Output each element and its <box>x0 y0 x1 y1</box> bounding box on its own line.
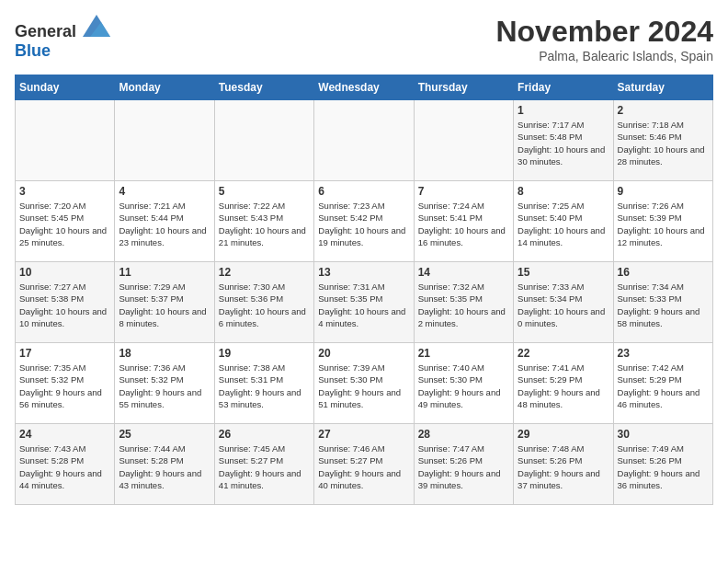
day-info: Sunrise: 7:39 AM Sunset: 5:30 PM Dayligh… <box>318 362 409 410</box>
page-header: General Blue November 2024 Palma, Balear… <box>15 15 713 63</box>
day-number: 25 <box>119 428 210 441</box>
calendar-cell: 6Sunrise: 7:23 AM Sunset: 5:42 PM Daylig… <box>314 181 414 262</box>
day-info: Sunrise: 7:34 AM Sunset: 5:33 PM Dayligh… <box>618 281 709 329</box>
day-number: 5 <box>219 185 310 198</box>
day-info: Sunrise: 7:44 AM Sunset: 5:28 PM Dayligh… <box>119 442 210 491</box>
day-number: 16 <box>618 266 709 279</box>
calendar-cell: 19Sunrise: 7:38 AM Sunset: 5:31 PM Dayli… <box>214 343 313 424</box>
calendar-cell: 29Sunrise: 7:48 AM Sunset: 5:26 PM Dayli… <box>514 424 613 505</box>
day-info: Sunrise: 7:29 AM Sunset: 5:37 PM Dayligh… <box>119 281 210 329</box>
day-info: Sunrise: 7:36 AM Sunset: 5:32 PM Dayligh… <box>119 362 210 410</box>
calendar-cell <box>115 100 214 181</box>
calendar-cell: 3Sunrise: 7:20 AM Sunset: 5:45 PM Daylig… <box>16 181 115 262</box>
day-info: Sunrise: 7:20 AM Sunset: 5:45 PM Dayligh… <box>19 200 110 248</box>
day-info: Sunrise: 7:26 AM Sunset: 5:39 PM Dayligh… <box>618 200 709 248</box>
week-row-3: 17Sunrise: 7:35 AM Sunset: 5:32 PM Dayli… <box>16 343 713 424</box>
calendar-cell: 23Sunrise: 7:42 AM Sunset: 5:29 PM Dayli… <box>613 343 712 424</box>
calendar-cell: 17Sunrise: 7:35 AM Sunset: 5:32 PM Dayli… <box>16 343 115 424</box>
day-number: 20 <box>318 347 409 360</box>
calendar-cell <box>414 100 513 181</box>
day-number: 19 <box>219 347 310 360</box>
day-number: 22 <box>518 347 609 360</box>
calendar-cell <box>16 100 115 181</box>
calendar-cell: 18Sunrise: 7:36 AM Sunset: 5:32 PM Dayli… <box>115 343 214 424</box>
calendar-cell: 15Sunrise: 7:33 AM Sunset: 5:34 PM Dayli… <box>514 262 613 343</box>
header-saturday: Saturday <box>613 75 712 100</box>
week-row-2: 10Sunrise: 7:27 AM Sunset: 5:38 PM Dayli… <box>16 262 713 343</box>
day-number: 3 <box>19 185 110 198</box>
header-thursday: Thursday <box>414 75 513 100</box>
day-info: Sunrise: 7:46 AM Sunset: 5:27 PM Dayligh… <box>318 442 409 491</box>
calendar-cell: 2Sunrise: 7:18 AM Sunset: 5:46 PM Daylig… <box>613 100 712 181</box>
header-friday: Friday <box>514 75 613 100</box>
logo-icon <box>83 15 110 37</box>
day-info: Sunrise: 7:21 AM Sunset: 5:44 PM Dayligh… <box>119 200 210 248</box>
day-number: 12 <box>219 266 310 279</box>
day-number: 28 <box>418 428 509 441</box>
calendar-cell: 11Sunrise: 7:29 AM Sunset: 5:37 PM Dayli… <box>115 262 214 343</box>
day-info: Sunrise: 7:18 AM Sunset: 5:46 PM Dayligh… <box>618 119 709 167</box>
day-info: Sunrise: 7:43 AM Sunset: 5:28 PM Dayligh… <box>19 442 110 491</box>
calendar-cell: 27Sunrise: 7:46 AM Sunset: 5:27 PM Dayli… <box>314 424 414 505</box>
calendar-header-row: SundayMondayTuesdayWednesdayThursdayFrid… <box>16 75 713 100</box>
header-monday: Monday <box>115 75 214 100</box>
day-info: Sunrise: 7:22 AM Sunset: 5:43 PM Dayligh… <box>219 200 310 248</box>
day-number: 1 <box>518 104 609 117</box>
calendar-cell: 20Sunrise: 7:39 AM Sunset: 5:30 PM Dayli… <box>314 343 414 424</box>
day-number: 4 <box>119 185 210 198</box>
day-info: Sunrise: 7:25 AM Sunset: 5:40 PM Dayligh… <box>518 200 609 248</box>
day-number: 8 <box>518 185 609 198</box>
calendar-cell <box>314 100 414 181</box>
day-number: 13 <box>318 266 409 279</box>
day-info: Sunrise: 7:23 AM Sunset: 5:42 PM Dayligh… <box>318 200 409 248</box>
day-info: Sunrise: 7:33 AM Sunset: 5:34 PM Dayligh… <box>518 281 609 329</box>
day-number: 17 <box>19 347 110 360</box>
calendar-cell: 21Sunrise: 7:40 AM Sunset: 5:30 PM Dayli… <box>414 343 513 424</box>
calendar-cell: 8Sunrise: 7:25 AM Sunset: 5:40 PM Daylig… <box>514 181 613 262</box>
calendar-table: SundayMondayTuesdayWednesdayThursdayFrid… <box>15 75 713 505</box>
calendar-cell: 16Sunrise: 7:34 AM Sunset: 5:33 PM Dayli… <box>613 262 712 343</box>
day-number: 9 <box>618 185 709 198</box>
day-number: 21 <box>418 347 509 360</box>
day-number: 2 <box>618 104 709 117</box>
day-number: 11 <box>119 266 210 279</box>
day-info: Sunrise: 7:49 AM Sunset: 5:26 PM Dayligh… <box>618 442 709 491</box>
day-number: 30 <box>618 428 709 441</box>
calendar-cell: 4Sunrise: 7:21 AM Sunset: 5:44 PM Daylig… <box>115 181 214 262</box>
calendar-cell: 10Sunrise: 7:27 AM Sunset: 5:38 PM Dayli… <box>16 262 115 343</box>
logo: General Blue <box>15 15 110 61</box>
logo-blue: Blue <box>15 41 51 60</box>
month-title: November 2024 <box>495 15 713 49</box>
logo-text: General Blue <box>15 15 110 61</box>
calendar-cell: 30Sunrise: 7:49 AM Sunset: 5:26 PM Dayli… <box>613 424 712 505</box>
day-number: 15 <box>518 266 609 279</box>
header-wednesday: Wednesday <box>314 75 414 100</box>
calendar-cell: 13Sunrise: 7:31 AM Sunset: 5:35 PM Dayli… <box>314 262 414 343</box>
header-sunday: Sunday <box>16 75 115 100</box>
day-info: Sunrise: 7:48 AM Sunset: 5:26 PM Dayligh… <box>518 442 609 491</box>
day-info: Sunrise: 7:17 AM Sunset: 5:48 PM Dayligh… <box>518 119 609 167</box>
calendar-cell: 7Sunrise: 7:24 AM Sunset: 5:41 PM Daylig… <box>414 181 513 262</box>
day-info: Sunrise: 7:31 AM Sunset: 5:35 PM Dayligh… <box>318 281 409 329</box>
title-section: November 2024 Palma, Balearic Islands, S… <box>495 15 713 63</box>
day-number: 24 <box>19 428 110 441</box>
day-info: Sunrise: 7:38 AM Sunset: 5:31 PM Dayligh… <box>219 362 310 410</box>
day-info: Sunrise: 7:32 AM Sunset: 5:35 PM Dayligh… <box>418 281 509 329</box>
logo-general: General <box>15 22 76 40</box>
calendar-cell: 14Sunrise: 7:32 AM Sunset: 5:35 PM Dayli… <box>414 262 513 343</box>
day-number: 27 <box>318 428 409 441</box>
day-number: 29 <box>518 428 609 441</box>
calendar-cell: 5Sunrise: 7:22 AM Sunset: 5:43 PM Daylig… <box>214 181 313 262</box>
day-number: 26 <box>219 428 310 441</box>
day-info: Sunrise: 7:41 AM Sunset: 5:29 PM Dayligh… <box>518 362 609 410</box>
day-number: 10 <box>19 266 110 279</box>
day-info: Sunrise: 7:47 AM Sunset: 5:26 PM Dayligh… <box>418 442 509 491</box>
day-number: 6 <box>318 185 409 198</box>
day-number: 14 <box>418 266 509 279</box>
week-row-0: 1Sunrise: 7:17 AM Sunset: 5:48 PM Daylig… <box>16 100 713 181</box>
day-info: Sunrise: 7:24 AM Sunset: 5:41 PM Dayligh… <box>418 200 509 248</box>
day-info: Sunrise: 7:42 AM Sunset: 5:29 PM Dayligh… <box>618 362 709 410</box>
calendar-cell: 26Sunrise: 7:45 AM Sunset: 5:27 PM Dayli… <box>214 424 313 505</box>
calendar-cell: 28Sunrise: 7:47 AM Sunset: 5:26 PM Dayli… <box>414 424 513 505</box>
day-info: Sunrise: 7:40 AM Sunset: 5:30 PM Dayligh… <box>418 362 509 410</box>
